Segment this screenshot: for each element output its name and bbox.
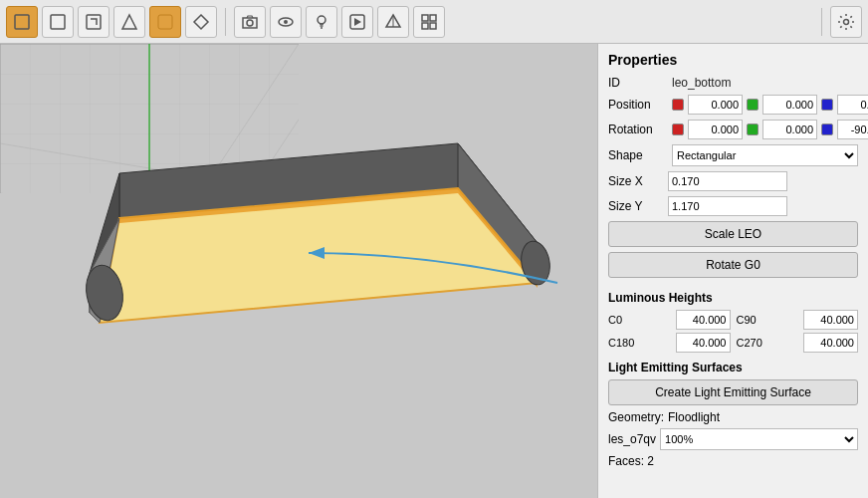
toolbar-sep-2 bbox=[821, 8, 822, 36]
svg-rect-14 bbox=[422, 15, 428, 21]
toolbar-obj-btn[interactable] bbox=[149, 6, 181, 38]
size-x-input[interactable] bbox=[668, 171, 787, 191]
les-name: les_o7qv bbox=[608, 432, 656, 446]
rotation-x-input[interactable] bbox=[688, 120, 743, 139]
geometry-label: Geometry: bbox=[608, 410, 664, 424]
main-content: Properties ID leo_bottom Position Rotati… bbox=[0, 44, 868, 498]
toolbar-sep-1 bbox=[225, 8, 226, 36]
luminous-heights-title: Luminous Heights bbox=[608, 291, 858, 305]
position-y-input[interactable] bbox=[762, 95, 817, 115]
viewport[interactable] bbox=[0, 44, 597, 498]
toolbar-mesh-btn[interactable] bbox=[185, 6, 217, 38]
shape-row: Shape Rectangular Circular Custom bbox=[608, 144, 858, 166]
position-r-dot[interactable] bbox=[672, 99, 684, 111]
size-y-row: Size Y bbox=[608, 196, 858, 216]
luminous-heights-grid: C0 C90 C180 C270 bbox=[608, 310, 858, 353]
properties-title: Properties bbox=[608, 52, 858, 68]
size-y-input[interactable] bbox=[668, 196, 787, 216]
faces-value: 2 bbox=[647, 454, 654, 468]
svg-rect-5 bbox=[158, 15, 172, 29]
rotate-g0-button[interactable]: Rotate G0 bbox=[608, 252, 858, 278]
toolbar bbox=[0, 0, 868, 44]
id-value: leo_bottom bbox=[672, 76, 731, 90]
les-name-row: les_o7qv 100% 75% 50% 25% bbox=[608, 428, 858, 450]
position-g-dot[interactable] bbox=[747, 99, 759, 111]
toolbar-settings-btn[interactable] bbox=[830, 6, 862, 38]
size-x-label: Size X bbox=[608, 174, 668, 188]
toolbar-material-btn[interactable] bbox=[377, 6, 409, 38]
svg-rect-1 bbox=[17, 17, 27, 27]
c90-label: C90 bbox=[737, 314, 798, 326]
shape-select[interactable]: Rectangular Circular Custom bbox=[672, 144, 858, 166]
id-label: ID bbox=[608, 76, 668, 90]
rotation-r-dot[interactable] bbox=[672, 124, 684, 135]
toolbar-move-btn[interactable] bbox=[42, 6, 74, 38]
faces-label: Faces: bbox=[608, 454, 644, 468]
c180-label: C180 bbox=[608, 337, 670, 349]
geometry-value: Floodlight bbox=[668, 410, 720, 424]
svg-rect-2 bbox=[51, 15, 65, 29]
rotation-row: Rotation bbox=[608, 120, 858, 139]
toolbar-view-btn[interactable] bbox=[270, 6, 302, 38]
toolbar-select-btn[interactable] bbox=[6, 6, 38, 38]
c180-input[interactable] bbox=[676, 333, 731, 353]
toolbar-output-btn[interactable] bbox=[413, 6, 445, 38]
position-z-input[interactable] bbox=[837, 95, 868, 115]
position-row: Position bbox=[608, 95, 858, 115]
position-label: Position bbox=[608, 98, 668, 112]
svg-point-9 bbox=[284, 20, 288, 24]
position-x-input[interactable] bbox=[688, 95, 743, 115]
shape-label: Shape bbox=[608, 148, 668, 162]
faces-row: Faces: 2 bbox=[608, 454, 858, 468]
rotation-label: Rotation bbox=[608, 123, 668, 136]
rotation-y-input[interactable] bbox=[762, 120, 817, 139]
create-les-button[interactable]: Create Light Emitting Surface bbox=[608, 379, 858, 405]
id-row: ID leo_bottom bbox=[608, 76, 858, 90]
svg-point-18 bbox=[844, 19, 849, 24]
svg-rect-16 bbox=[422, 23, 428, 29]
svg-rect-15 bbox=[430, 15, 436, 21]
c0-label: C0 bbox=[608, 314, 670, 326]
c270-label: C270 bbox=[737, 337, 798, 349]
fixture-3d bbox=[40, 94, 567, 472]
les-percent-select[interactable]: 100% 75% 50% 25% bbox=[660, 428, 858, 450]
properties-panel: Properties ID leo_bottom Position Rotati… bbox=[597, 44, 868, 498]
c270-input[interactable] bbox=[803, 333, 858, 353]
svg-rect-3 bbox=[87, 15, 101, 29]
position-b-dot[interactable] bbox=[821, 99, 833, 111]
svg-marker-4 bbox=[122, 15, 136, 29]
svg-marker-6 bbox=[194, 15, 208, 29]
les-title: Light Emitting Surfaces bbox=[608, 361, 858, 374]
toolbar-lights-btn[interactable] bbox=[306, 6, 337, 38]
size-x-row: Size X bbox=[608, 171, 858, 191]
toolbar-rotate-btn[interactable] bbox=[78, 6, 109, 38]
c90-input[interactable] bbox=[803, 310, 858, 330]
svg-rect-17 bbox=[430, 23, 436, 29]
rotation-z-input[interactable] bbox=[837, 120, 868, 139]
c0-input[interactable] bbox=[676, 310, 731, 330]
svg-point-10 bbox=[318, 16, 326, 24]
toolbar-scale-btn[interactable] bbox=[113, 6, 145, 38]
geometry-row: Geometry: Floodlight bbox=[608, 410, 858, 424]
size-y-label: Size Y bbox=[608, 199, 668, 213]
rotation-g-dot[interactable] bbox=[747, 124, 759, 135]
svg-point-7 bbox=[247, 20, 253, 26]
scale-leo-button[interactable]: Scale LEO bbox=[608, 221, 858, 247]
toolbar-camera-btn[interactable] bbox=[234, 6, 266, 38]
toolbar-render-btn[interactable] bbox=[341, 6, 373, 38]
rotation-b-dot[interactable] bbox=[821, 124, 833, 135]
